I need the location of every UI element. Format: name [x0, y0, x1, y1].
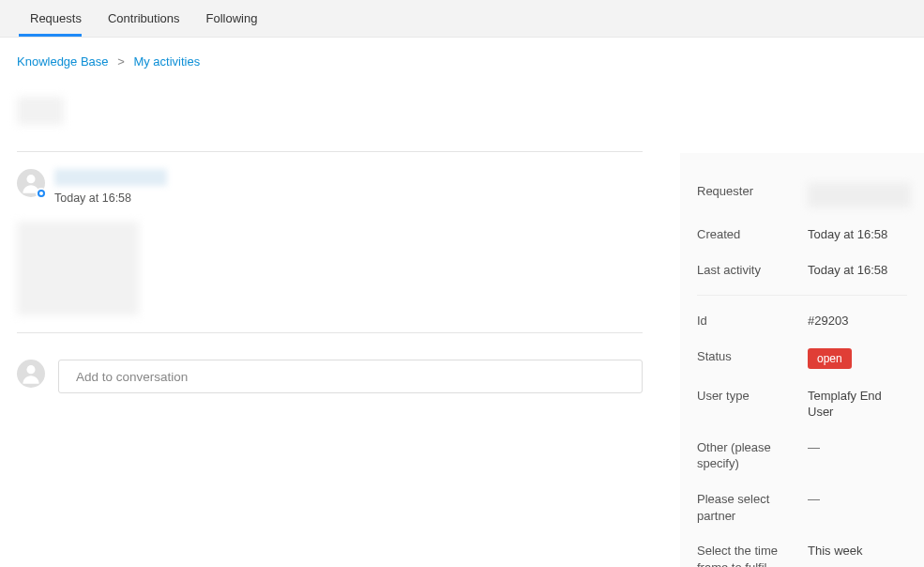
- status-badge: open: [808, 348, 852, 369]
- comment-body: [17, 222, 139, 315]
- detail-label-partner: Please select partner: [697, 491, 808, 524]
- breadcrumb-separator: >: [117, 54, 125, 69]
- breadcrumb-root-link[interactable]: Knowledge Base: [17, 54, 109, 69]
- svg-point-1: [26, 365, 35, 374]
- detail-label-status: Status: [697, 348, 808, 369]
- detail-label-last-activity: Last activity: [697, 262, 808, 279]
- detail-label-id: Id: [697, 313, 808, 329]
- details-panel: Requester Created Today at 16:58 Last ac…: [680, 153, 924, 567]
- avatar: [17, 169, 45, 197]
- ticket-title: [17, 97, 64, 125]
- tab-requests[interactable]: Requests: [17, 0, 95, 37]
- agent-badge-icon: [36, 188, 47, 199]
- divider: [17, 332, 643, 333]
- detail-value-timeframe: This week: [808, 543, 863, 567]
- requester-value: [808, 183, 911, 207]
- divider: [17, 151, 643, 152]
- detail-value-last-activity: Today at 16:58: [808, 262, 887, 279]
- detail-label-user-type: User type: [697, 388, 808, 421]
- detail-value-id: #29203: [808, 313, 848, 329]
- comment-timestamp: Today at 16:58: [54, 192, 167, 205]
- detail-value-partner: —: [808, 491, 820, 524]
- svg-point-0: [26, 175, 35, 183]
- breadcrumb: Knowledge Base > My activities: [0, 38, 924, 97]
- detail-label-other: Other (please specify): [697, 439, 808, 472]
- detail-label-created: Created: [697, 226, 808, 243]
- tab-contributions[interactable]: Contributions: [95, 0, 193, 37]
- commenter-name: [54, 169, 167, 186]
- detail-label-timeframe: Select the time frame to fulfil request: [697, 543, 808, 567]
- reply-input[interactable]: [58, 360, 643, 393]
- avatar: [17, 360, 45, 388]
- tab-following[interactable]: Following: [193, 0, 271, 37]
- person-icon: [19, 361, 43, 386]
- breadcrumb-current-link[interactable]: My activities: [133, 54, 200, 69]
- tabs-bar: Requests Contributions Following: [0, 0, 924, 38]
- detail-value-user-type: Templafy End User: [808, 388, 907, 421]
- detail-label-requester: Requester: [697, 183, 808, 207]
- detail-value-created: Today at 16:58: [808, 226, 887, 243]
- detail-value-other: —: [808, 439, 820, 472]
